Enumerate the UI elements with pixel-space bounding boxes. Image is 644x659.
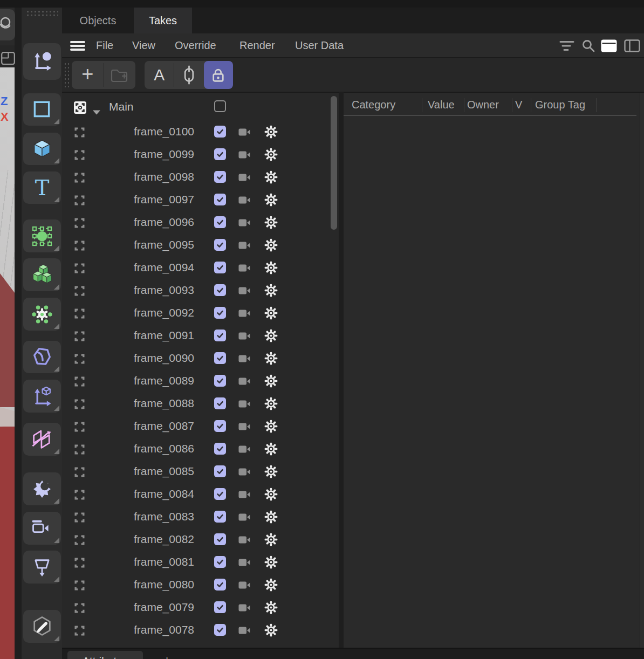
take-enabled-checkbox[interactable]	[214, 443, 226, 455]
camera-icon[interactable]	[238, 558, 251, 569]
new-group-button[interactable]	[104, 61, 135, 89]
camera-icon[interactable]	[238, 468, 251, 478]
camera-icon[interactable]	[238, 400, 251, 410]
take-marker-icon[interactable]	[74, 557, 85, 571]
camera-icon[interactable]	[238, 196, 251, 207]
column-group-tag[interactable]: Group Tag	[535, 97, 585, 112]
take-enabled-checkbox[interactable]	[214, 488, 226, 500]
take-marker-icon[interactable]	[74, 172, 85, 186]
take-enabled-checkbox[interactable]	[214, 194, 226, 205]
sidebar-grip-handle[interactable]	[26, 10, 58, 17]
tab-objects[interactable]: Objects	[62, 8, 134, 33]
search-icon[interactable]	[580, 39, 597, 53]
gear-icon[interactable]	[264, 397, 278, 413]
gear-icon[interactable]	[264, 578, 278, 594]
gear-icon[interactable]	[264, 170, 278, 186]
take-marker-icon[interactable]	[74, 444, 85, 457]
tab-layers[interactable]: Layers	[155, 655, 209, 659]
camera-icon[interactable]	[238, 377, 251, 388]
take-enabled-checkbox[interactable]	[214, 601, 226, 613]
list-scrollbar[interactable]	[330, 94, 338, 648]
take-enabled-checkbox[interactable]	[214, 624, 226, 636]
take-row[interactable]: frame_0081	[62, 552, 339, 574]
take-enabled-checkbox[interactable]	[214, 420, 226, 432]
selection-generator-button[interactable]	[23, 219, 61, 252]
take-row[interactable]: frame_0094	[62, 257, 339, 280]
overrides-scroll-track[interactable]	[640, 93, 644, 649]
take-row-main[interactable]: Main	[62, 99, 339, 118]
add-take-button[interactable]: +	[72, 61, 104, 89]
take-row[interactable]: frame_0084	[62, 484, 339, 506]
take-row[interactable]: frame_0098	[62, 167, 339, 189]
dual-view-icon[interactable]	[624, 39, 640, 53]
axis-workplane-button[interactable]	[23, 380, 61, 413]
lock-button[interactable]	[204, 61, 233, 89]
take-row[interactable]: frame_0096	[62, 212, 339, 235]
cube-primitive-button[interactable]	[23, 133, 61, 165]
take-enabled-checkbox[interactable]	[214, 465, 226, 477]
take-row[interactable]: frame_0080	[62, 574, 339, 597]
take-enabled-checkbox[interactable]	[214, 126, 226, 138]
gear-icon[interactable]	[264, 533, 278, 548]
single-view-icon[interactable]	[601, 39, 617, 53]
take-row[interactable]: frame_0085	[62, 461, 339, 484]
take-row[interactable]: frame_0095	[62, 235, 339, 257]
take-marker-icon[interactable]	[74, 217, 85, 231]
take-marker-icon[interactable]	[74, 195, 85, 208]
take-row[interactable]: frame_0078	[62, 620, 339, 642]
take-marker-icon[interactable]	[74, 466, 85, 480]
camera-icon[interactable]	[238, 603, 251, 614]
text-tool-button[interactable]: T	[23, 171, 61, 204]
link-button[interactable]	[174, 61, 203, 89]
field-button[interactable]	[23, 423, 61, 456]
take-enabled-checkbox[interactable]	[214, 397, 226, 409]
panel-splitter[interactable]	[339, 92, 344, 648]
bend-deformer-button[interactable]	[23, 341, 61, 373]
gear-icon[interactable]	[264, 488, 278, 503]
gear-icon[interactable]	[264, 125, 278, 141]
take-enabled-checkbox[interactable]	[214, 375, 226, 387]
scrollbar-thumb[interactable]	[331, 96, 337, 230]
toolbar-grip-handle[interactable]	[64, 62, 71, 89]
take-row[interactable]: frame_0079	[62, 597, 339, 620]
take-marker-icon[interactable]	[74, 240, 85, 253]
camera-tool-button[interactable]	[23, 512, 61, 545]
take-marker-icon[interactable]	[74, 331, 85, 344]
camera-icon[interactable]	[238, 286, 251, 297]
take-marker-icon[interactable]	[74, 399, 85, 412]
disclosure-triangle-icon[interactable]	[93, 107, 100, 117]
take-enabled-checkbox[interactable]	[214, 100, 226, 112]
take-enabled-checkbox[interactable]	[214, 579, 226, 591]
take-marker-icon[interactable]	[74, 263, 85, 276]
column-owner[interactable]: Owner	[467, 97, 499, 112]
take-row[interactable]: frame_0093	[62, 280, 339, 303]
take-enabled-checkbox[interactable]	[214, 171, 226, 183]
take-row[interactable]: frame_0088	[62, 393, 339, 416]
gear-icon[interactable]	[264, 601, 278, 616]
gear-icon[interactable]	[264, 329, 278, 345]
take-enabled-checkbox[interactable]	[214, 511, 226, 523]
filter-icon[interactable]	[559, 39, 575, 53]
gear-icon[interactable]	[264, 306, 278, 322]
current-take-marker-icon[interactable]	[74, 101, 86, 116]
hamburger-menu-icon[interactable]	[70, 41, 85, 51]
take-row[interactable]: frame_0090	[62, 348, 339, 370]
viewport-sliver[interactable]: Z X	[0, 67, 15, 659]
take-marker-icon[interactable]	[74, 308, 85, 321]
camera-icon[interactable]	[238, 173, 251, 184]
take-marker-icon[interactable]	[74, 512, 85, 525]
gear-icon[interactable]	[264, 374, 278, 390]
camera-icon[interactable]	[238, 581, 251, 592]
tab-takes[interactable]: Takes	[134, 8, 192, 33]
stage-button[interactable]	[23, 551, 61, 584]
take-row[interactable]: frame_0097	[62, 189, 339, 212]
take-marker-icon[interactable]	[74, 127, 85, 140]
gear-icon[interactable]	[264, 261, 278, 277]
column-value[interactable]: Value	[428, 97, 455, 112]
take-enabled-checkbox[interactable]	[214, 262, 226, 273]
gear-icon[interactable]	[264, 465, 278, 480]
camera-icon[interactable]	[238, 150, 251, 161]
gear-icon[interactable]	[264, 216, 278, 231]
take-row[interactable]: frame_0092	[62, 303, 339, 325]
take-row[interactable]: frame_0083	[62, 506, 339, 529]
